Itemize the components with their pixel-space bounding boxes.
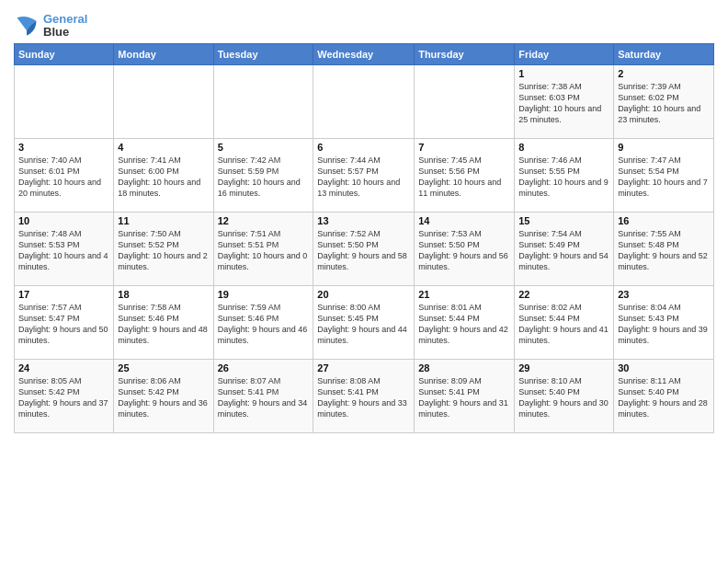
day-number: 4 [118, 142, 209, 153]
day-number: 30 [618, 362, 710, 373]
calendar-cell: 16Sunrise: 7:55 AMSunset: 5:48 PMDayligh… [614, 212, 714, 285]
day-info: Sunrise: 8:05 AMSunset: 5:42 PMDaylight:… [18, 375, 109, 420]
calendar-cell: 13Sunrise: 7:52 AMSunset: 5:50 PMDayligh… [313, 212, 415, 285]
day-number: 1 [518, 68, 609, 79]
header: General Blue [14, 9, 714, 40]
calendar-cell: 27Sunrise: 8:08 AMSunset: 5:41 PMDayligh… [313, 359, 415, 432]
calendar-week-1: 3Sunrise: 7:40 AMSunset: 6:01 PMDaylight… [15, 138, 714, 212]
calendar-cell: 4Sunrise: 7:41 AMSunset: 6:00 PMDaylight… [114, 138, 213, 212]
day-number: 20 [317, 289, 410, 300]
calendar-header: SundayMondayTuesdayWednesdayThursdayFrid… [15, 43, 714, 64]
day-number: 5 [218, 142, 310, 153]
calendar-cell [15, 64, 114, 138]
calendar-cell: 7Sunrise: 7:45 AMSunset: 5:56 PMDaylight… [415, 138, 515, 212]
calendar-cell: 25Sunrise: 8:06 AMSunset: 5:42 PMDayligh… [114, 359, 213, 432]
day-number: 15 [518, 215, 609, 226]
weekday-row: SundayMondayTuesdayWednesdayThursdayFrid… [15, 43, 714, 64]
day-number: 22 [518, 289, 609, 300]
day-number: 13 [317, 215, 410, 226]
day-number: 28 [418, 362, 510, 373]
day-info: Sunrise: 8:10 AMSunset: 5:40 PMDaylight:… [518, 375, 609, 420]
calendar-cell: 19Sunrise: 7:59 AMSunset: 5:46 PMDayligh… [213, 285, 313, 359]
day-info: Sunrise: 7:55 AMSunset: 5:48 PMDaylight:… [618, 228, 710, 273]
day-info: Sunrise: 7:51 AMSunset: 5:51 PMDaylight:… [218, 228, 310, 273]
day-info: Sunrise: 8:01 AMSunset: 5:44 PMDaylight:… [418, 302, 510, 347]
day-number: 21 [418, 289, 510, 300]
weekday-header-monday: Monday [114, 43, 213, 64]
calendar-cell: 30Sunrise: 8:11 AMSunset: 5:40 PMDayligh… [614, 359, 714, 432]
calendar-cell [213, 64, 313, 138]
day-info: Sunrise: 8:04 AMSunset: 5:43 PMDaylight:… [618, 302, 710, 347]
calendar-cell: 20Sunrise: 8:00 AMSunset: 5:45 PMDayligh… [313, 285, 415, 359]
day-number: 24 [18, 362, 109, 373]
calendar-week-3: 17Sunrise: 7:57 AMSunset: 5:47 PMDayligh… [15, 285, 714, 359]
day-info: Sunrise: 7:39 AMSunset: 6:02 PMDaylight:… [618, 81, 710, 126]
weekday-header-wednesday: Wednesday [313, 43, 415, 64]
day-number: 14 [418, 215, 510, 226]
day-info: Sunrise: 8:07 AMSunset: 5:41 PMDaylight:… [218, 375, 310, 420]
calendar-cell: 3Sunrise: 7:40 AMSunset: 6:01 PMDaylight… [15, 138, 114, 212]
weekday-header-saturday: Saturday [614, 43, 714, 64]
day-info: Sunrise: 8:00 AMSunset: 5:45 PMDaylight:… [317, 302, 410, 347]
day-number: 2 [618, 68, 710, 79]
logo-text: General Blue [43, 13, 87, 40]
day-number: 18 [118, 289, 209, 300]
day-info: Sunrise: 7:53 AMSunset: 5:50 PMDaylight:… [418, 228, 510, 273]
calendar-cell: 8Sunrise: 7:46 AMSunset: 5:55 PMDaylight… [515, 138, 614, 212]
day-info: Sunrise: 7:47 AMSunset: 5:54 PMDaylight:… [618, 155, 710, 200]
calendar-cell: 2Sunrise: 7:39 AMSunset: 6:02 PMDaylight… [614, 64, 714, 138]
day-number: 19 [218, 289, 310, 300]
page-container: General Blue SundayMondayTuesdayWednesda… [0, 0, 728, 442]
logo: General Blue [14, 13, 87, 40]
day-info: Sunrise: 7:46 AMSunset: 5:55 PMDaylight:… [518, 155, 609, 200]
day-number: 8 [518, 142, 609, 153]
day-number: 10 [18, 215, 109, 226]
calendar-cell: 14Sunrise: 7:53 AMSunset: 5:50 PMDayligh… [415, 212, 515, 285]
calendar-cell: 23Sunrise: 8:04 AMSunset: 5:43 PMDayligh… [614, 285, 714, 359]
calendar-cell: 1Sunrise: 7:38 AMSunset: 6:03 PMDaylight… [515, 64, 614, 138]
weekday-header-friday: Friday [515, 43, 614, 64]
calendar-cell: 9Sunrise: 7:47 AMSunset: 5:54 PMDaylight… [614, 138, 714, 212]
day-info: Sunrise: 8:02 AMSunset: 5:44 PMDaylight:… [518, 302, 609, 347]
day-info: Sunrise: 7:41 AMSunset: 6:00 PMDaylight:… [118, 155, 209, 200]
day-info: Sunrise: 7:45 AMSunset: 5:56 PMDaylight:… [418, 155, 510, 200]
calendar-cell [313, 64, 415, 138]
day-number: 3 [18, 142, 109, 153]
day-info: Sunrise: 8:09 AMSunset: 5:41 PMDaylight:… [418, 375, 510, 420]
day-info: Sunrise: 7:40 AMSunset: 6:01 PMDaylight:… [18, 155, 109, 200]
calendar-cell: 29Sunrise: 8:10 AMSunset: 5:40 PMDayligh… [515, 359, 614, 432]
calendar-cell: 15Sunrise: 7:54 AMSunset: 5:49 PMDayligh… [515, 212, 614, 285]
day-info: Sunrise: 7:50 AMSunset: 5:52 PMDaylight:… [118, 228, 209, 273]
weekday-header-sunday: Sunday [15, 43, 114, 64]
day-info: Sunrise: 7:38 AMSunset: 6:03 PMDaylight:… [518, 81, 609, 126]
calendar-cell: 12Sunrise: 7:51 AMSunset: 5:51 PMDayligh… [213, 212, 313, 285]
day-info: Sunrise: 8:06 AMSunset: 5:42 PMDaylight:… [118, 375, 209, 420]
day-number: 12 [218, 215, 310, 226]
day-info: Sunrise: 7:58 AMSunset: 5:46 PMDaylight:… [118, 302, 209, 347]
calendar-week-4: 24Sunrise: 8:05 AMSunset: 5:42 PMDayligh… [15, 359, 714, 432]
day-number: 7 [418, 142, 510, 153]
calendar-cell: 6Sunrise: 7:44 AMSunset: 5:57 PMDaylight… [313, 138, 415, 212]
logo-icon [14, 13, 40, 39]
day-number: 17 [18, 289, 109, 300]
day-number: 16 [618, 215, 710, 226]
calendar-cell: 22Sunrise: 8:02 AMSunset: 5:44 PMDayligh… [515, 285, 614, 359]
calendar-cell: 24Sunrise: 8:05 AMSunset: 5:42 PMDayligh… [15, 359, 114, 432]
day-info: Sunrise: 7:48 AMSunset: 5:53 PMDaylight:… [18, 228, 109, 273]
weekday-header-thursday: Thursday [415, 43, 515, 64]
calendar-cell: 21Sunrise: 8:01 AMSunset: 5:44 PMDayligh… [415, 285, 515, 359]
calendar-cell: 10Sunrise: 7:48 AMSunset: 5:53 PMDayligh… [15, 212, 114, 285]
day-number: 11 [118, 215, 209, 226]
day-number: 9 [618, 142, 710, 153]
day-info: Sunrise: 8:08 AMSunset: 5:41 PMDaylight:… [317, 375, 410, 420]
calendar-cell: 5Sunrise: 7:42 AMSunset: 5:59 PMDaylight… [213, 138, 313, 212]
day-number: 23 [618, 289, 710, 300]
day-number: 27 [317, 362, 410, 373]
day-info: Sunrise: 7:44 AMSunset: 5:57 PMDaylight:… [317, 155, 410, 200]
day-info: Sunrise: 7:57 AMSunset: 5:47 PMDaylight:… [18, 302, 109, 347]
day-info: Sunrise: 7:54 AMSunset: 5:49 PMDaylight:… [518, 228, 609, 273]
calendar-week-0: 1Sunrise: 7:38 AMSunset: 6:03 PMDaylight… [15, 64, 714, 138]
calendar-cell: 28Sunrise: 8:09 AMSunset: 5:41 PMDayligh… [415, 359, 515, 432]
calendar-cell: 18Sunrise: 7:58 AMSunset: 5:46 PMDayligh… [114, 285, 213, 359]
calendar-cell: 26Sunrise: 8:07 AMSunset: 5:41 PMDayligh… [213, 359, 313, 432]
